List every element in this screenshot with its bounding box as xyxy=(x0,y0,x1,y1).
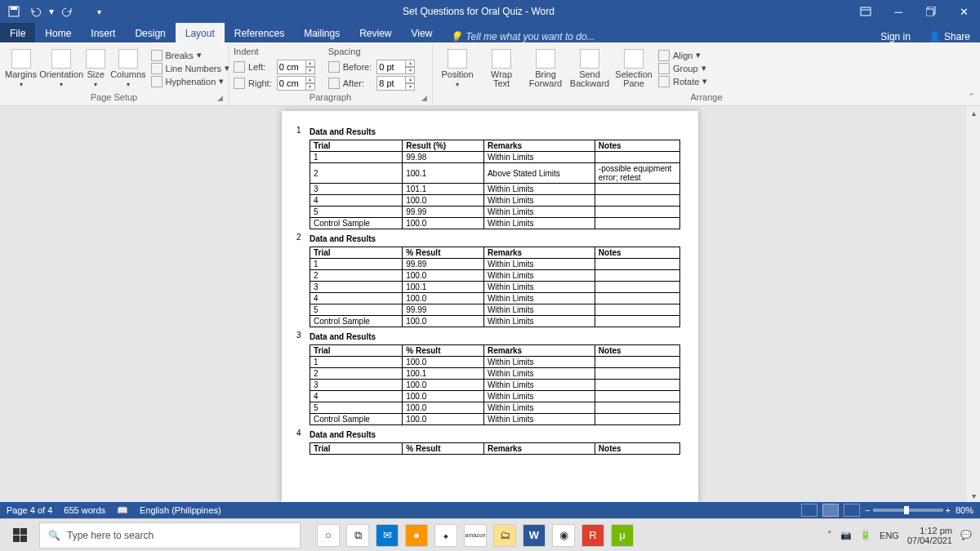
bring-forward-button[interactable]: Bring Forward xyxy=(526,44,565,92)
undo-dropdown[interactable]: ▾ xyxy=(47,2,56,20)
tab-insert[interactable]: Insert xyxy=(81,23,125,42)
spellcheck-status[interactable]: 📖 xyxy=(117,505,128,516)
collapse-ribbon-button[interactable]: ⌃ xyxy=(968,91,975,102)
lightbulb-icon: 💡 xyxy=(450,31,462,42)
word-count-status[interactable]: 655 words xyxy=(64,505,105,516)
page-number-status[interactable]: Page 4 of 4 xyxy=(7,505,52,516)
redo-button[interactable] xyxy=(59,2,77,20)
task-view-icon[interactable]: ⧉ xyxy=(346,524,369,547)
table-header: Notes xyxy=(595,443,679,455)
close-button[interactable]: ✕ xyxy=(947,0,980,23)
tab-view[interactable]: View xyxy=(402,23,443,42)
print-layout-view[interactable] xyxy=(822,504,839,517)
scroll-up-button[interactable]: ▴ xyxy=(967,106,980,119)
firefox-icon[interactable]: ● xyxy=(405,524,428,547)
restore-button[interactable] xyxy=(915,0,947,23)
tab-review[interactable]: Review xyxy=(350,23,401,42)
align-button[interactable]: Align ▾ xyxy=(658,50,707,61)
document-page[interactable]: 1Data and ResultsTrialResult (%)RemarksN… xyxy=(282,111,698,502)
group-button[interactable]: Group ▾ xyxy=(658,63,707,74)
paragraph-dialog-launcher[interactable]: ◢ xyxy=(421,94,427,102)
app-icon-1[interactable]: R xyxy=(581,524,604,547)
selection-pane-button[interactable]: Selection Pane xyxy=(614,44,653,92)
page-setup-dialog-launcher[interactable]: ◢ xyxy=(217,94,223,102)
svg-rect-1 xyxy=(11,7,17,10)
chrome-icon[interactable]: ◉ xyxy=(552,524,575,547)
read-mode-view[interactable] xyxy=(801,504,817,517)
line-numbers-button[interactable]: Line Numbers ▾ xyxy=(151,63,229,74)
rotate-button[interactable]: Rotate ▾ xyxy=(658,76,707,87)
taskbar-search[interactable]: 🔍Type here to search xyxy=(39,522,301,549)
tray-meet-now-icon[interactable]: 📷 xyxy=(840,530,852,540)
hyphenation-button[interactable]: Hyphenation ▾ xyxy=(151,76,229,87)
share-button[interactable]: 👤Share xyxy=(919,31,980,42)
qat-customize[interactable]: ▾ xyxy=(90,2,108,20)
columns-button[interactable]: Columns▾ xyxy=(110,44,145,92)
group-label-page-setup: Page Setup◢ xyxy=(5,92,223,104)
wrap-text-button[interactable]: Wrap Text xyxy=(482,44,521,92)
zoom-slider[interactable] xyxy=(873,509,943,512)
indent-right-input[interactable]: ▴▾ xyxy=(277,76,315,91)
margins-button[interactable]: Margins▾ xyxy=(5,44,37,92)
spacing-before-icon xyxy=(328,61,340,73)
word-icon[interactable]: W xyxy=(523,524,546,547)
zoom-in-button[interactable]: + xyxy=(946,505,951,515)
tray-chevron[interactable]: ˄ xyxy=(827,530,832,540)
spacing-after-input[interactable]: ▴▾ xyxy=(376,76,415,91)
table-row: 4100.0Within Limits xyxy=(310,195,680,207)
size-button[interactable]: Size▾ xyxy=(86,44,105,92)
table-row: 5100.0Within Limits xyxy=(310,402,680,414)
table-header: Notes xyxy=(595,247,679,259)
zoom-level[interactable]: 80% xyxy=(956,505,973,515)
scroll-down-button[interactable]: ▾ xyxy=(967,489,980,502)
breaks-button[interactable]: Breaks ▾ xyxy=(151,50,229,61)
tray-notifications-icon[interactable]: 💬 xyxy=(960,530,972,540)
save-button[interactable] xyxy=(5,2,23,20)
position-button[interactable]: Position▾ xyxy=(438,44,477,92)
orientation-button[interactable]: Orientation▾ xyxy=(42,44,81,92)
zoom-out-button[interactable]: − xyxy=(865,505,870,515)
minimize-button[interactable]: ─ xyxy=(882,0,915,23)
tab-home[interactable]: Home xyxy=(35,23,81,42)
table-row: 599.99Within Limits xyxy=(310,304,680,316)
send-backward-button[interactable]: Send Backward xyxy=(570,44,609,92)
table-row: 1100.0Within Limits xyxy=(310,357,680,368)
utorrent-icon[interactable]: μ xyxy=(611,524,634,547)
table-row: 4100.0Within Limits xyxy=(310,391,680,402)
tab-layout[interactable]: Layout xyxy=(176,23,225,42)
indent-header: Indent xyxy=(234,47,272,58)
ribbon-display-options[interactable] xyxy=(849,0,882,23)
dropbox-icon[interactable]: ⬥ xyxy=(434,524,457,547)
table-row: 3100.1Within Limits xyxy=(310,282,680,293)
file-explorer-icon[interactable]: 🗂 xyxy=(493,524,516,547)
spacing-before-input[interactable]: ▴▾ xyxy=(376,60,415,74)
table-header: Trial xyxy=(310,443,403,455)
web-layout-view[interactable] xyxy=(844,504,860,517)
mail-icon[interactable]: ✉ xyxy=(376,524,399,547)
undo-button[interactable] xyxy=(26,2,44,20)
indent-left-input[interactable]: ▴▾ xyxy=(277,60,315,74)
block-number: 2 xyxy=(296,233,301,242)
search-icon: 🔍 xyxy=(48,530,60,541)
vertical-scrollbar[interactable]: ▴ ▾ xyxy=(967,106,980,502)
tray-language[interactable]: ENG xyxy=(880,531,899,540)
tray-clock[interactable]: 1:12 pm07/04/2021 xyxy=(907,526,952,545)
svg-rect-2 xyxy=(861,7,871,16)
start-button[interactable] xyxy=(0,519,39,552)
table-header: Trial xyxy=(310,247,403,259)
tell-me-search[interactable]: 💡Tell me what you want to do... xyxy=(450,31,595,42)
svg-rect-4 xyxy=(926,9,933,16)
tab-references[interactable]: References xyxy=(225,23,294,42)
tab-mailings[interactable]: Mailings xyxy=(294,23,350,42)
cortana-icon[interactable]: ○ xyxy=(317,524,340,547)
share-icon: 👤 xyxy=(929,31,941,42)
results-table: Trial% ResultRemarksNotes199.89Within Li… xyxy=(310,247,680,327)
table-row: 199.98Within Limits xyxy=(310,152,680,163)
results-table: TrialResult (%)RemarksNotes199.98Within … xyxy=(310,140,680,229)
tray-battery-icon[interactable]: 🔋 xyxy=(860,530,871,540)
amazon-icon[interactable]: amazon xyxy=(464,524,487,547)
tab-design[interactable]: Design xyxy=(125,23,175,42)
tab-file[interactable]: File xyxy=(0,23,35,42)
sign-in-link[interactable]: Sign in xyxy=(872,31,919,42)
language-status[interactable]: English (Philippines) xyxy=(140,505,221,516)
